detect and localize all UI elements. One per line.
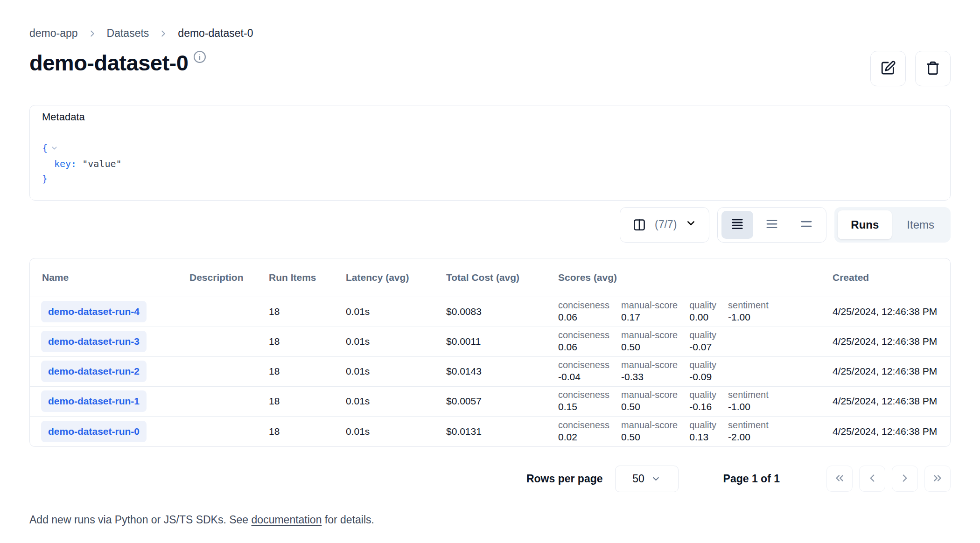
view-tabs: Runs Items: [834, 207, 951, 243]
run-name-link[interactable]: demo-dataset-run-0: [41, 421, 147, 442]
score-label: quality: [689, 330, 716, 341]
cell-latency: 0.01s: [340, 396, 441, 407]
score-chip: quality -0.16: [689, 390, 716, 412]
score-chip: manual-score 0.50: [621, 390, 678, 412]
score-label: quality: [689, 360, 716, 370]
score-value: 0.13: [689, 432, 716, 443]
documentation-link[interactable]: documentation: [252, 514, 322, 526]
cell-latency: 0.01s: [340, 426, 441, 437]
row-height-medium-button[interactable]: [756, 211, 788, 239]
breadcrumb-item-datasets[interactable]: Datasets: [107, 27, 149, 40]
cell-latency: 0.01s: [340, 306, 441, 317]
rows-medium-icon: [765, 217, 779, 232]
cell-total-cost: $0.0011: [441, 336, 553, 347]
cell-created: 4/25/2024, 12:46:38 PM: [827, 336, 950, 347]
table-header-row: Name Description Run Items Latency (avg)…: [30, 258, 950, 297]
column-header-description: Description: [184, 272, 263, 283]
row-height-tall-button[interactable]: [791, 211, 822, 239]
score-label: manual-score: [621, 300, 678, 311]
score-label: quality: [689, 390, 716, 400]
cell-run-items: 18: [263, 396, 340, 407]
cell-created: 4/25/2024, 12:46:38 PM: [827, 366, 950, 377]
row-height-dense-button[interactable]: [721, 211, 753, 239]
score-chip: quality 0.13: [689, 420, 716, 443]
columns-icon: [632, 218, 646, 232]
table-row[interactable]: demo-dataset-run-1 18 0.01s $0.0057 conc…: [30, 387, 950, 417]
info-icon[interactable]: [193, 50, 207, 66]
score-chip: quality 0.00: [689, 300, 716, 323]
rows-per-page-value: 50: [632, 473, 644, 485]
edit-icon: [880, 60, 896, 77]
breadcrumb-item-project[interactable]: demo-app: [29, 27, 78, 40]
first-page-button[interactable]: [826, 466, 853, 492]
score-label: quality: [689, 420, 716, 431]
score-chip: conciseness 0.02: [558, 420, 609, 443]
score-label: manual-score: [621, 360, 678, 370]
score-label: conciseness: [558, 360, 609, 370]
score-chip: manual-score 0.50: [621, 330, 678, 353]
run-name-link[interactable]: demo-dataset-run-4: [41, 301, 147, 322]
trash-icon: [925, 60, 941, 77]
chevron-down-icon[interactable]: [50, 143, 58, 154]
chevron-down-icon: [685, 217, 697, 232]
scores-cell: conciseness 0.02 manual-score 0.50 quali…: [553, 420, 827, 443]
rows-dense-icon: [730, 217, 744, 232]
table-row[interactable]: demo-dataset-run-0 18 0.01s $0.0131 conc…: [30, 417, 950, 446]
tab-runs[interactable]: Runs: [838, 210, 892, 239]
score-value: 0.50: [621, 432, 678, 443]
rows-per-page-select[interactable]: 50: [615, 466, 679, 492]
score-chip: conciseness 0.15: [558, 390, 609, 412]
cell-run-items: 18: [263, 306, 340, 317]
edit-dataset-button[interactable]: [870, 51, 906, 86]
chevron-left-icon: [866, 472, 878, 486]
column-header-latency: Latency (avg): [340, 272, 441, 283]
cell-total-cost: $0.0057: [441, 396, 553, 407]
score-value: 0.50: [621, 341, 678, 353]
delete-dataset-button[interactable]: [915, 51, 951, 86]
cell-created: 4/25/2024, 12:46:38 PM: [827, 426, 950, 437]
rows-per-page-label: Rows per page: [526, 473, 603, 485]
table-toolbar: (7/7) Runs Ite: [29, 207, 951, 243]
table-row[interactable]: demo-dataset-run-4 18 0.01s $0.0083 conc…: [30, 297, 950, 327]
score-value: -0.07: [689, 341, 716, 353]
column-header-scores: Scores (avg): [553, 272, 827, 283]
page-title: demo-dataset-0: [29, 51, 188, 75]
column-count-label: (7/7): [655, 218, 677, 231]
cell-latency: 0.01s: [340, 336, 441, 347]
run-name-link[interactable]: demo-dataset-run-3: [41, 331, 147, 352]
score-chip: quality -0.07: [689, 330, 716, 353]
score-value: -0.33: [621, 371, 678, 383]
score-chip: manual-score -0.33: [621, 360, 678, 383]
cell-total-cost: $0.0083: [441, 306, 553, 317]
score-chip: sentiment -1.00: [728, 300, 769, 323]
last-page-button[interactable]: [924, 466, 951, 492]
previous-page-button[interactable]: [859, 466, 885, 492]
column-header-name: Name: [30, 272, 184, 283]
dataset-detail-page: demo-app Datasets demo-dataset-0 demo-da…: [0, 0, 980, 526]
next-page-button[interactable]: [892, 466, 918, 492]
column-header-created: Created: [827, 272, 950, 283]
chevron-down-icon: [651, 474, 661, 484]
score-chip: manual-score 0.17: [621, 300, 678, 323]
row-height-toggle-group: [717, 207, 826, 243]
page-status: Page 1 of 1: [723, 473, 780, 485]
table-row[interactable]: demo-dataset-run-3 18 0.01s $0.0011 conc…: [30, 327, 950, 357]
table-body: demo-dataset-run-4 18 0.01s $0.0083 conc…: [30, 297, 950, 446]
sdk-hint-text: Add new runs via Python or JS/TS SDKs. S…: [29, 514, 951, 526]
json-line-close: }: [42, 171, 938, 186]
score-value: -1.00: [728, 312, 769, 323]
page-header: demo-dataset-0: [29, 51, 951, 87]
tab-items[interactable]: Items: [894, 210, 947, 239]
score-value: 0.50: [621, 401, 678, 412]
cell-latency: 0.01s: [340, 366, 441, 377]
score-value: -2.00: [728, 432, 769, 443]
column-visibility-button[interactable]: (7/7): [620, 207, 709, 243]
cell-run-items: 18: [263, 426, 340, 437]
table-row[interactable]: demo-dataset-run-2 18 0.01s $0.0143 conc…: [30, 357, 950, 387]
cell-run-items: 18: [263, 366, 340, 377]
run-name-link[interactable]: demo-dataset-run-1: [41, 390, 147, 412]
pagination-bar: Rows per page 50 Page 1 of 1: [29, 466, 951, 492]
score-label: conciseness: [558, 420, 609, 431]
score-label: conciseness: [558, 300, 609, 311]
run-name-link[interactable]: demo-dataset-run-2: [41, 361, 147, 382]
